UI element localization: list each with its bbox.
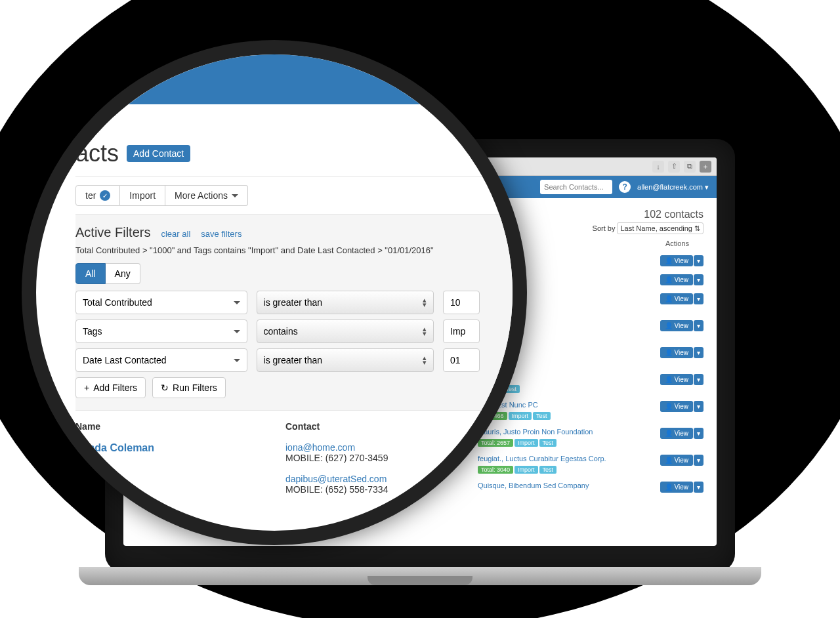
contact-name-link[interactable]: iranda Coleman	[75, 442, 285, 463]
filter-row: Tagscontains▴▾Imp	[75, 319, 480, 343]
user-menu[interactable]: allen@flatcreek.com ▾	[637, 183, 709, 192]
page-title: acts	[75, 140, 119, 167]
tag: Total: 2657	[478, 439, 513, 447]
row-actions: 👤 View▾	[651, 455, 704, 466]
sort-select[interactable]: Last Name, ascending ⇅	[617, 222, 704, 234]
sort-label: Sort by	[593, 224, 616, 232]
add-contact-button[interactable]: Add Contact	[127, 145, 190, 162]
view-button[interactable]: 👤 View	[660, 347, 693, 358]
add-filters-label: Add Filters	[93, 382, 137, 393]
import-button[interactable]: Import	[120, 185, 165, 206]
view-dropdown-button[interactable]: ▾	[694, 274, 704, 285]
caret-down-icon	[234, 301, 240, 304]
help-icon[interactable]: ?	[619, 181, 631, 193]
sort-arrows-icon: ▴▾	[423, 298, 427, 307]
row-actions: 👤 View▾	[651, 293, 704, 304]
filter-field-select[interactable]: Date Last Contacted	[75, 348, 247, 372]
magnifier-lens: acts Add Contact ter ✓ Import More Actio…	[22, 40, 527, 545]
plus-icon: +	[84, 382, 89, 393]
contact-name-link[interactable]: tistie, Est Nunc PC	[478, 401, 651, 409]
filter-value-input[interactable]: 01	[443, 348, 480, 372]
contact-name-link[interactable]: mauris, Justo Proin Non Foundation	[478, 428, 651, 436]
toolbar: ter ✓ Import More Actions	[75, 177, 513, 214]
filter-button-label: ter	[85, 190, 96, 201]
check-icon: ✓	[100, 190, 110, 201]
row-actions: 👤 View▾	[651, 374, 704, 385]
row-actions: 👤 View▾	[651, 347, 704, 358]
view-dropdown-button[interactable]: ▾	[694, 374, 704, 385]
view-button[interactable]: 👤 View	[660, 482, 693, 493]
tag-list: tal: 3466ImportTest	[478, 411, 651, 420]
view-button[interactable]: 👤 View	[660, 293, 693, 304]
view-dropdown-button[interactable]: ▾	[694, 293, 704, 304]
run-filters-button[interactable]: ↻ Run Filters	[152, 377, 226, 398]
filter-button[interactable]: ter ✓	[75, 185, 120, 206]
tag: Test	[533, 412, 551, 420]
filter-operator-select[interactable]: is greater than▴▾	[257, 348, 434, 372]
filters-panel: Active Filters clear all save filters To…	[75, 214, 526, 411]
contact-name-link[interactable]: feugiat., Luctus Curabitur Egestas Corp.	[478, 455, 651, 463]
match-any-button[interactable]: Any	[106, 263, 140, 284]
filter-operator-select[interactable]: contains▴▾	[257, 319, 434, 343]
match-all-button[interactable]: All	[75, 263, 106, 284]
caret-down-icon	[232, 194, 238, 197]
search-input[interactable]	[540, 180, 612, 194]
tag-list: Total: 3040ImportTest	[478, 464, 651, 474]
actions-column-header: Actions	[651, 239, 704, 247]
view-dropdown-button[interactable]: ▾	[694, 347, 704, 358]
contact-column-header: Contact	[285, 421, 320, 432]
tag-list: Total: 2657ImportTest	[478, 438, 651, 447]
view-button[interactable]: 👤 View	[660, 274, 693, 285]
filter-field-select[interactable]: Total Contributed	[75, 291, 247, 314]
row-actions: 👤 View▾	[651, 401, 704, 412]
row-actions: 👤 View▾	[651, 428, 704, 439]
view-button[interactable]: 👤 View	[660, 428, 693, 439]
filter-operator-select[interactable]: is greater than▴▾	[257, 291, 434, 314]
caret-down-icon	[234, 359, 240, 362]
view-dropdown-button[interactable]: ▾	[694, 401, 704, 412]
clear-all-link[interactable]: clear all	[161, 229, 190, 239]
view-button[interactable]: 👤 View	[660, 255, 693, 266]
tag: Import	[514, 466, 538, 474]
view-button[interactable]: 👤 View	[660, 401, 693, 412]
refresh-icon: ↻	[161, 382, 169, 393]
more-actions-button[interactable]: More Actions	[165, 185, 248, 206]
new-tab-icon[interactable]: +	[700, 161, 711, 173]
filter-row: Date Last Contactedis greater than▴▾01	[75, 348, 480, 372]
contact-row: iranda Colemaniona@home.comMOBILE: (627)…	[75, 437, 467, 468]
name-column-header: Name	[75, 421, 285, 432]
filter-field-select[interactable]: Tags	[75, 319, 247, 343]
share-icon[interactable]: ⇧	[668, 161, 680, 173]
view-button[interactable]: 👤 View	[660, 320, 693, 331]
download-icon[interactable]: ↓	[652, 161, 664, 173]
row-actions: 👤 View▾	[651, 320, 704, 331]
contact-row: Hooverdapibus@uteratSed.comMOBILE: (652)…	[75, 468, 467, 500]
view-button[interactable]: 👤 View	[660, 374, 693, 385]
run-filters-label: Run Filters	[173, 382, 217, 393]
view-dropdown-button[interactable]: ▾	[694, 255, 704, 266]
filter-row: Total Contributedis greater than▴▾10	[75, 291, 480, 314]
view-dropdown-button[interactable]: ▾	[694, 455, 704, 466]
caret-down-icon	[234, 330, 240, 333]
match-toggle: All Any	[75, 263, 480, 284]
page-header: acts Add Contact	[75, 131, 513, 177]
save-filters-link[interactable]: save filters	[201, 229, 242, 239]
tag: Test	[539, 439, 557, 447]
view-dropdown-button[interactable]: ▾	[694, 428, 704, 439]
row-actions: 👤 View▾	[651, 482, 704, 493]
contact-name-link[interactable]: Quisque, Bibendum Sed Company	[478, 482, 651, 489]
add-filters-button[interactable]: + Add Filters	[75, 377, 146, 398]
contact-phone: MOBILE: (652) 558-7334	[285, 484, 388, 495]
list-header: Name Contact	[75, 411, 513, 437]
filter-value-input[interactable]: 10	[443, 291, 480, 314]
contact-email-link[interactable]: dapibus@uteratSed.com	[285, 474, 388, 484]
tabs-icon[interactable]: ⧉	[684, 161, 696, 173]
tag: Import	[509, 412, 532, 420]
contact-info: dapibus@uteratSed.comMOBILE: (652) 558-7…	[285, 474, 388, 495]
filter-value-input[interactable]: Imp	[443, 319, 480, 343]
contact-email-link[interactable]: iona@home.com	[285, 442, 388, 453]
row-actions: 👤 View▾	[651, 274, 704, 285]
view-button[interactable]: 👤 View	[660, 455, 693, 466]
view-dropdown-button[interactable]: ▾	[694, 320, 704, 331]
view-dropdown-button[interactable]: ▾	[694, 482, 704, 493]
